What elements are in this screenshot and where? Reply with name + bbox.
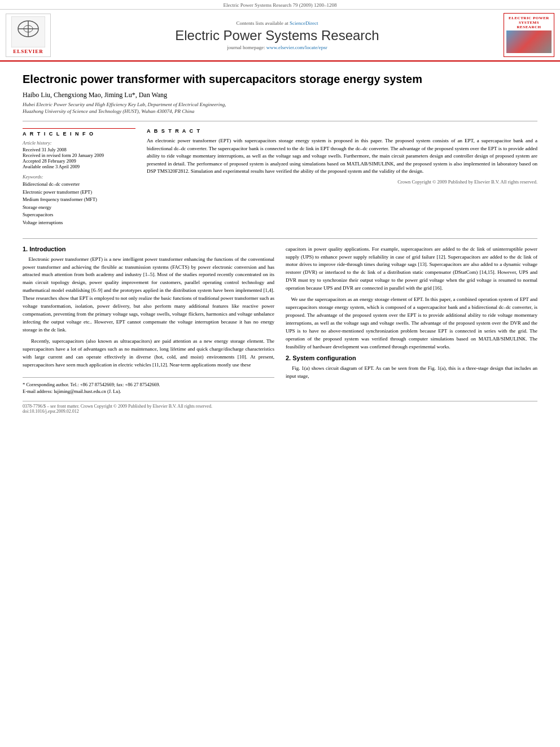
keyword-6: Voltage interruptions	[23, 219, 135, 227]
doi-text: doi:10.1016/j.epsr.2009.02.012	[23, 409, 537, 414]
revised-date: Received in revised form 20 January 2009	[23, 152, 135, 158]
footnote-star: * Corresponding author. Tel.: +86 27 875…	[23, 381, 274, 388]
system-config-heading: 2. System configuration	[286, 355, 537, 361]
main-content: Electronic power transformer with superc…	[0, 72, 560, 414]
info-abstract-section: A R T I C L E I N F O Article history: R…	[23, 128, 537, 231]
right-para2: We use the supercapacitors as an energy …	[286, 296, 537, 351]
sciencedirect-line: Contents lists available at ScienceDirec…	[51, 20, 504, 26]
divider-2	[23, 238, 537, 239]
sciencedirect-link[interactable]: ScienceDirect	[290, 20, 318, 26]
article-title: Electronic power transformer with superc…	[23, 72, 537, 86]
journal-header: ELSEVIER Contents lists available at Sci…	[0, 10, 560, 62]
journal-logo-right: ELECTRIC POWER SYSTEMS RESEARCH	[504, 13, 554, 57]
footnote-email: E-mail address: lujiming@mail.hust.edu.c…	[23, 388, 274, 395]
article-info-label: A R T I C L E I N F O	[23, 131, 135, 137]
intro-para2: Recently, supercapacitors (also known as…	[23, 338, 274, 369]
keyword-1: Bidirectional dc–dc converter	[23, 181, 135, 189]
available-date: Available online 3 April 2009	[23, 164, 135, 169]
divider-1	[23, 121, 537, 121]
abstract-label: A B S T R A C T	[147, 128, 537, 134]
elsevier-logo: ELSEVIER	[6, 14, 51, 57]
journal-title: Electric Power Systems Research	[51, 28, 504, 43]
citation-bar: Electric Power Systems Research 79 (2009…	[0, 0, 560, 10]
logo-top-label: ELECTRIC POWER SYSTEMS RESEARCH	[506, 16, 552, 29]
authors: Haibo Liu, Chengxiong Mao, Jiming Lu*, D…	[23, 91, 537, 99]
bottom-bar: 0378-7796/$ – see front matter. Crown Co…	[23, 401, 537, 414]
accepted-date: Accepted 28 February 2009	[23, 158, 135, 164]
citation-text: Electric Power Systems Research 79 (2009…	[224, 2, 337, 8]
keywords-label: Keywords:	[23, 174, 135, 180]
homepage-link[interactable]: www.elsevier.com/locate/epsr	[266, 45, 327, 50]
header-center: Contents lists available at ScienceDirec…	[51, 20, 504, 50]
journal-logo-box: ELECTRIC POWER SYSTEMS RESEARCH	[504, 13, 554, 57]
body-right-column: capacitors in power quality applications…	[286, 246, 537, 396]
journal-homepage: journal homepage: www.elsevier.com/locat…	[51, 45, 504, 50]
keyword-5: Supercapacitors	[23, 211, 135, 219]
copyright-line: Crown Copyright © 2009 Published by Else…	[147, 179, 537, 185]
journal-logo-image	[506, 30, 552, 53]
article-info-column: A R T I C L E I N F O Article history: R…	[23, 128, 135, 231]
issn-text: 0378-7796/$ – see front matter. Crown Co…	[23, 404, 537, 409]
abstract-column: A B S T R A C T An electronic power tran…	[147, 128, 537, 231]
keywords-section: Keywords: Bidirectional dc–dc converter …	[23, 174, 135, 227]
affiliation-line1: Hubei Electric Power Security and High E…	[23, 102, 537, 107]
abstract-text: An electronic power transformer (EPT) wi…	[147, 137, 537, 176]
keyword-3: Medium frequency transformer (MFT)	[23, 196, 135, 204]
keyword-2: Electronic power transformer (EPT)	[23, 189, 135, 196]
intro-para1: Electronic power transformer (EPT) is a …	[23, 256, 274, 334]
history-label: Article history:	[23, 140, 135, 146]
intro-heading: 1. Introduction	[23, 246, 274, 252]
keyword-4: Storage energy	[23, 204, 135, 212]
system-config-para1: Fig. 1(a) shows circuit diagram of EPT. …	[286, 365, 537, 381]
elsevier-logo-icon	[11, 16, 45, 47]
affiliation-line2: Huazhong University of Science and Techn…	[23, 108, 537, 114]
right-para1: capacitors in power quality applications…	[286, 246, 537, 293]
article-history: Article history: Received 31 July 2008 R…	[23, 140, 135, 169]
footnote-area: * Corresponding author. Tel.: +86 27 875…	[23, 377, 274, 396]
received-date: Received 31 July 2008	[23, 147, 135, 152]
body-section: 1. Introduction Electronic power transfo…	[23, 246, 537, 396]
elsevier-label: ELSEVIER	[8, 49, 48, 54]
keywords-list: Bidirectional dc–dc converter Electronic…	[23, 181, 135, 227]
body-left-column: 1. Introduction Electronic power transfo…	[23, 246, 274, 396]
